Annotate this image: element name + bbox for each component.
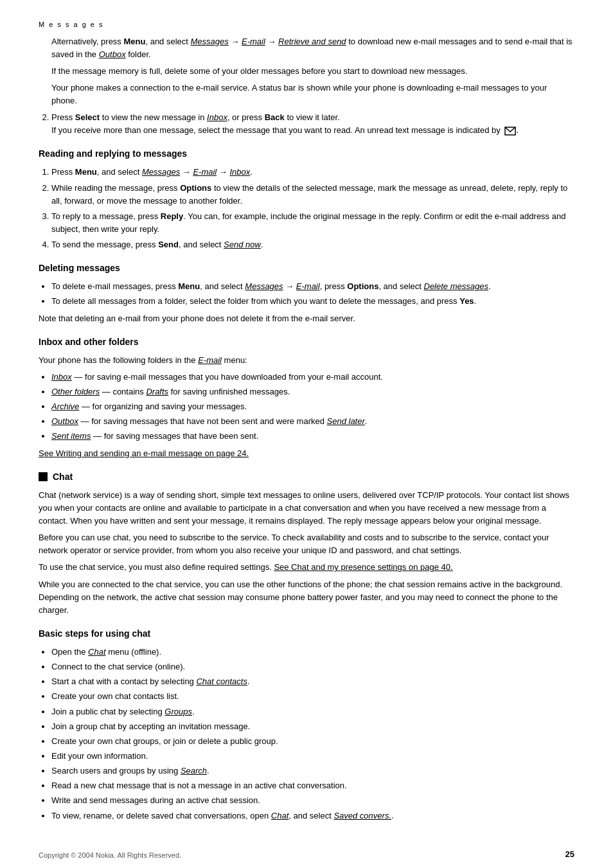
inbox-bullets-list: Inbox — for saving e-mail messages that … bbox=[51, 371, 574, 443]
copyright-text: Copyright © 2004 Nokia. All Rights Reser… bbox=[39, 850, 181, 861]
reading-steps-list: Press Menu, and select Messages → E-mail… bbox=[51, 166, 574, 251]
basic-step-4: Create your own chat contacts list. bbox=[51, 690, 574, 703]
basic-step-6: Join a group chat by accepting an invita… bbox=[51, 720, 574, 733]
envelope-icon bbox=[504, 127, 516, 136]
chat-heading-container: Chat bbox=[39, 470, 574, 484]
deleting-bullets-list: To delete e-mail messages, press Menu, a… bbox=[51, 280, 574, 308]
see-writing-link[interactable]: See Writing and sending an e-mail messag… bbox=[39, 447, 574, 460]
inbox-bullet-archive: Archive — for organizing and saving your… bbox=[51, 400, 574, 413]
chat-para-1: Chat (network service) is a way of sendi… bbox=[39, 489, 574, 527]
basic-step-7: Create your own chat groups, or join or … bbox=[51, 735, 574, 748]
page-number: 25 bbox=[565, 848, 574, 861]
page-footer: Copyright © 2004 Nokia. All Rights Reser… bbox=[39, 848, 574, 861]
reading-step-2: While reading the message, press Options… bbox=[51, 182, 574, 208]
basic-step-5: Join a public chat by selecting Groups. bbox=[51, 705, 574, 718]
basic-step-2: Connect to the chat service (online). bbox=[51, 660, 574, 673]
inbox-intro: Your phone has the following folders in … bbox=[39, 354, 574, 367]
step2-text: Press Select to view the new message in … bbox=[51, 112, 340, 122]
basic-step-9: Search users and groups by using Search. bbox=[51, 765, 574, 777]
basic-step-10: Read a new chat message that is not a me… bbox=[51, 779, 574, 792]
reading-heading: Reading and replying to messages bbox=[39, 147, 574, 161]
inbox-bullet-sent: Sent items — for saving messages that ha… bbox=[51, 430, 574, 443]
chat-para-4: While you are connected to the chat serv… bbox=[39, 578, 574, 617]
intro-para-3: Your phone makes a connection to the e-m… bbox=[51, 82, 574, 107]
intro-para-1: Alternatively, press Menu, and select Me… bbox=[51, 35, 574, 61]
basic-step-11: Write and send messages during an active… bbox=[51, 794, 574, 807]
basic-step-3: Start a chat with a contact by selecting… bbox=[51, 675, 574, 688]
chat-heading-text: Chat bbox=[53, 470, 73, 484]
reading-step-1: Press Menu, and select Messages → E-mail… bbox=[51, 166, 574, 179]
inbox-bullet-outbox: Outbox — for saving messages that have n… bbox=[51, 415, 574, 428]
chat-presence-link[interactable]: See Chat and my presence settings on pag… bbox=[274, 562, 452, 572]
chat-square-icon bbox=[39, 472, 48, 481]
reading-step-3: To reply to a message, press Reply. You … bbox=[51, 210, 574, 236]
section-label: M e s s a g e s bbox=[39, 19, 574, 30]
deleting-bullet-2: To delete all messages from a folder, se… bbox=[51, 295, 574, 308]
inbox-bullet-other: Other folders — contains Drafts for savi… bbox=[51, 385, 574, 398]
numbered-list-step2: Press Select to view the new message in … bbox=[51, 111, 574, 137]
basic-steps-list: Open the Chat menu (offline). Connect to… bbox=[51, 646, 574, 822]
intro-para-2: If the message memory is full, delete so… bbox=[51, 65, 574, 78]
reading-step-4: To send the message, press Send, and sel… bbox=[51, 238, 574, 251]
chat-para-3: To use the chat service, you must also d… bbox=[39, 561, 574, 574]
basic-step-12: To view, rename, or delete saved chat co… bbox=[51, 810, 574, 822]
basic-steps-heading: Basic steps for using chat bbox=[39, 627, 574, 641]
deleting-heading: Deleting messages bbox=[39, 261, 574, 275]
chat-para-2: Before you can use chat, you need to sub… bbox=[39, 531, 574, 557]
step2-continuation: If you receive more than one message, se… bbox=[51, 125, 502, 135]
basic-step-8: Edit your own information. bbox=[51, 750, 574, 763]
inbox-heading: Inbox and other folders bbox=[39, 335, 574, 349]
inbox-bullet-inbox: Inbox — for saving e-mail messages that … bbox=[51, 371, 574, 384]
deleting-note: Note that deleting an e-mail from your p… bbox=[39, 312, 574, 325]
deleting-bullet-1: To delete e-mail messages, press Menu, a… bbox=[51, 280, 574, 293]
step2-item: Press Select to view the new message in … bbox=[51, 111, 574, 137]
basic-step-1: Open the Chat menu (offline). bbox=[51, 646, 574, 659]
